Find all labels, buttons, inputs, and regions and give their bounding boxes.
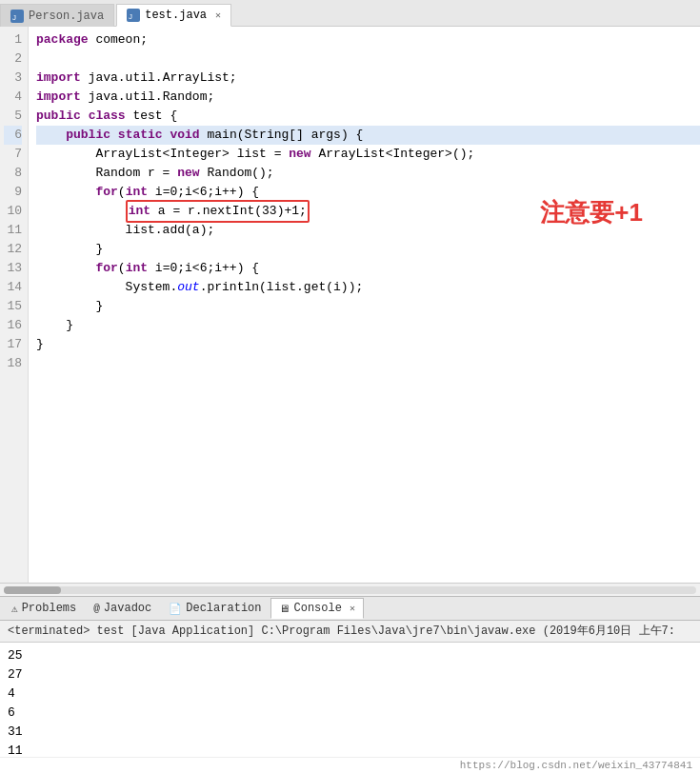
- code-line-18: [36, 354, 700, 373]
- bottom-tab-bar: ⚠ Problems @ Javadoc 📄 Declaration 🖥 Con…: [0, 596, 700, 621]
- ln-18: 18: [4, 354, 22, 373]
- kw-int1: int: [126, 183, 148, 202]
- ln-13: 13: [4, 259, 22, 278]
- kw-public2: public: [66, 126, 110, 145]
- kw-public1: public: [36, 107, 81, 126]
- console-close-icon[interactable]: ✕: [350, 603, 355, 614]
- annotation-text: 注意要+1: [540, 203, 643, 222]
- tab-javadoc[interactable]: @ Javadoc: [86, 598, 159, 619]
- code-line-14: System.out.println(list.get(i));: [36, 278, 700, 297]
- out-keyword: out: [177, 278, 199, 297]
- kw-new2: new: [177, 164, 199, 183]
- tab-problems[interactable]: ⚠ Problems: [4, 598, 84, 619]
- horizontal-scrollbar[interactable]: [0, 583, 700, 596]
- kw-void: void: [170, 126, 199, 145]
- console-line-1: 25: [8, 646, 692, 665]
- kw-new1: new: [289, 145, 310, 164]
- code-content[interactable]: package comeon; import java.util.ArrayLi…: [29, 27, 700, 583]
- tab-person-label: Person.java: [29, 10, 104, 23]
- code-line-2: [36, 50, 700, 69]
- declaration-icon: 📄: [169, 603, 182, 615]
- kw-int3: int: [126, 259, 148, 278]
- ln-4: 4: [4, 88, 22, 107]
- console-footer: https://blog.csdn.net/weixin_43774841: [0, 757, 700, 773]
- java-icon-2: J: [127, 9, 140, 22]
- console-line-6: 11: [8, 742, 692, 757]
- svg-text:J: J: [129, 12, 132, 21]
- code-line-8: Random r = new Random();: [36, 164, 700, 183]
- scrollbar-thumb[interactable]: [4, 586, 61, 594]
- console-panel: <terminated> test [Java Application] C:\…: [0, 621, 700, 773]
- ln-8: 8: [4, 164, 22, 183]
- console-line-4: 6: [8, 704, 692, 723]
- console-line-5: 31: [8, 723, 692, 742]
- code-line-16: }: [36, 316, 700, 335]
- code-line-4: import java.util.Random;: [36, 88, 700, 107]
- code-line-7: ArrayList<Integer> list = new ArrayList<…: [36, 145, 700, 164]
- problems-icon: ⚠: [11, 603, 18, 615]
- ln-7: 7: [4, 145, 22, 164]
- highlighted-code-box: int a = r.nextInt(33)+1;: [126, 200, 310, 223]
- ln-14: 14: [4, 278, 22, 297]
- tab-test-label: test.java: [145, 9, 207, 22]
- kw-static: static: [118, 126, 163, 145]
- code-line-13: for(int i=0;i<6;i++) {: [36, 259, 700, 278]
- ln-9: 9: [4, 183, 22, 202]
- code-line-17: }: [36, 335, 700, 354]
- kw-for1: for: [95, 183, 117, 202]
- ln-6: 6: [4, 126, 22, 145]
- tab-javadoc-label: Javadoc: [104, 602, 151, 615]
- javadoc-icon: @: [93, 603, 100, 614]
- tab-problems-label: Problems: [22, 602, 77, 615]
- tab-declaration[interactable]: 📄 Declaration: [161, 598, 269, 619]
- ln-3: 3: [4, 69, 22, 88]
- code-line-3: import java.util.ArrayList;: [36, 69, 700, 88]
- kw-int2: int: [129, 204, 150, 218]
- console-line-2: 27: [8, 665, 692, 684]
- console-line-3: 4: [8, 684, 692, 704]
- tab-person[interactable]: J Person.java: [0, 4, 114, 27]
- ln-16: 16: [4, 316, 22, 335]
- editor-area: 1 2 3 4 5 6 7 8 9 10 11 12 13 14 15 16 1…: [0, 27, 700, 583]
- code-line-6: public static void main(String[] args) {: [36, 126, 700, 145]
- ln-17: 17: [4, 335, 22, 354]
- kw-class: class: [89, 107, 126, 126]
- tab-close-icon[interactable]: ✕: [215, 10, 221, 21]
- code-line-12: }: [36, 240, 700, 259]
- console-output: 25 27 4 6 31 11: [0, 643, 700, 757]
- tab-declaration-label: Declaration: [186, 602, 261, 615]
- java-icon: J: [10, 10, 24, 23]
- ln-2: 2: [4, 50, 22, 69]
- code-line-1: package comeon;: [36, 30, 700, 50]
- console-icon: 🖥: [279, 603, 290, 615]
- code-line-5: public class test {: [36, 107, 700, 126]
- ln-5: 5: [4, 107, 22, 126]
- ln-15: 15: [4, 297, 22, 316]
- kw-package: package: [36, 30, 89, 50]
- line-numbers: 1 2 3 4 5 6 7 8 9 10 11 12 13 14 15 16 1…: [0, 27, 29, 583]
- kw-import1: import: [36, 69, 81, 88]
- console-header: <terminated> test [Java Application] C:\…: [0, 621, 700, 643]
- svg-text:J: J: [12, 13, 16, 22]
- tab-console-label: Console: [293, 602, 341, 615]
- kw-for2: for: [95, 259, 117, 278]
- ln-1: 1: [4, 30, 22, 50]
- tab-bar: J Person.java J test.java ✕: [0, 0, 700, 27]
- tab-console[interactable]: 🖥 Console ✕: [270, 598, 363, 619]
- code-line-15: }: [36, 297, 700, 316]
- scrollbar-track[interactable]: [4, 586, 696, 594]
- ln-11: 11: [4, 221, 22, 240]
- ln-10: 10: [4, 202, 22, 221]
- ln-12: 12: [4, 240, 22, 259]
- kw-import2: import: [36, 88, 81, 107]
- tab-test[interactable]: J test.java ✕: [116, 4, 231, 27]
